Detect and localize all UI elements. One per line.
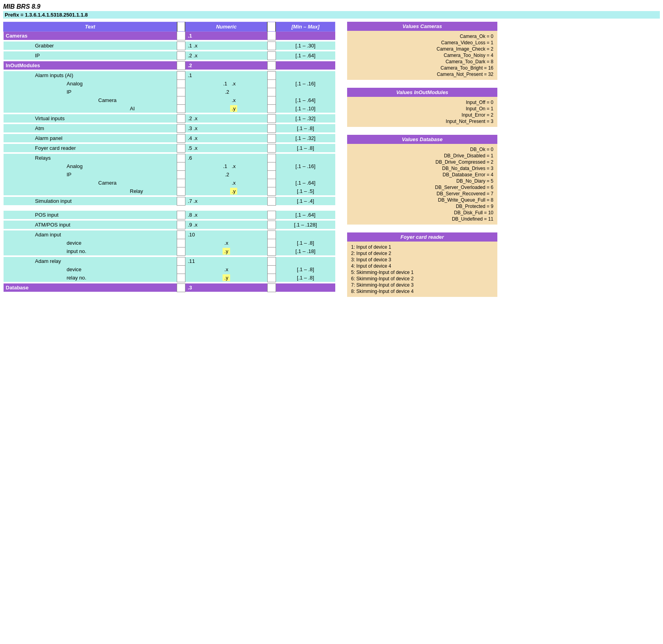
sub-minmax: [.1 – .5] (276, 187, 335, 195)
sub-label: IP (4, 88, 177, 96)
data-minmax: [.1 – .8] (276, 144, 335, 152)
data-minmax: [.1 – .4] (276, 197, 335, 205)
list-item: Input_Not_Present = 3 (351, 118, 493, 125)
table-row: Analog.1 .x[.1 – .16] (4, 79, 335, 88)
values-database-header: Values Database (347, 135, 497, 144)
sub-label: Relay (4, 187, 177, 195)
sep-col (177, 144, 185, 152)
sub-numeric: .x (185, 179, 267, 187)
sub2-label: input no. (4, 247, 177, 255)
list-item: 1: Input of device 1 (351, 244, 493, 250)
sep-col (267, 247, 276, 255)
sub-label: Analog (4, 79, 177, 88)
sep-col (267, 79, 276, 88)
sep-col (177, 230, 185, 239)
category-minmax (276, 283, 335, 292)
sep-col (267, 274, 276, 282)
data-numeric: .1 (185, 71, 267, 79)
data-numeric: .3 .x (185, 124, 267, 132)
table-row: POS input.8 .x[.1 – .64] (4, 211, 335, 219)
right-panel: Values Cameras Camera_Ok = 0Camera_Video… (347, 22, 497, 303)
list-item: DB_Write_Queue_Full = 8 (351, 197, 493, 203)
sub-label: Camera (4, 179, 177, 187)
values-database-content: DB_Ok = 0DB_Drive_Disabled = 1DB_Drive_C… (347, 144, 497, 225)
category-numeric: .1 (185, 32, 267, 40)
sep-col (177, 257, 185, 265)
table-row: Grabber.1 .x[.1 – .30] (4, 42, 335, 50)
list-item: 4: Input of device 4 (351, 263, 493, 269)
foyer-section: Foyer card reader 1: Input of device 12:… (347, 232, 497, 297)
sep-col (267, 144, 276, 152)
list-item: Input_Off = 0 (351, 99, 493, 106)
sep-col (267, 239, 276, 247)
sub-minmax (276, 88, 335, 96)
data-numeric: .4 .x (185, 134, 267, 142)
data-numeric: .6 (185, 154, 267, 162)
table-row: Foyer card reader.5 .x[.1 – .8] (4, 144, 335, 152)
sep-col (267, 154, 276, 162)
list-item: Camera_Image_Check = 2 (351, 46, 493, 52)
list-item: Camera_Video_Loss = 1 (351, 40, 493, 46)
data-minmax: [.1 – .128] (276, 221, 335, 229)
list-item: Camera_Too_Noisy = 4 (351, 52, 493, 59)
table-row: Virtual inputs.2 .x[.1 – .32] (4, 114, 335, 123)
table-header: Text Numeric [Min – Max] (4, 22, 335, 32)
table-row: InOutModules.2 (4, 61, 335, 70)
category-label: Cameras (4, 32, 177, 40)
sep-col (267, 88, 276, 96)
header-text: Text (4, 22, 177, 32)
sub-numeric: .2 (185, 170, 267, 179)
sub-minmax (276, 170, 335, 179)
category-minmax (276, 61, 335, 70)
sep-col (177, 42, 185, 50)
sub-numeric: .2 (185, 88, 267, 96)
data-numeric: .1 .x (185, 42, 267, 50)
data-numeric: .2 .x (185, 114, 267, 123)
sep-col (267, 162, 276, 170)
sep-col (177, 114, 185, 123)
list-item: Input_Error = 2 (351, 112, 493, 118)
sub2-label: device (4, 239, 177, 247)
sep-col (267, 51, 276, 60)
sep-col (267, 265, 276, 274)
sub-minmax: [.1 – .64] (276, 179, 335, 187)
list-item: DB_Drive_Disabled = 1 (351, 153, 493, 159)
table-row: Relay .y[.1 – .5] (4, 187, 335, 195)
data-label: Adam input (4, 230, 177, 239)
data-minmax: [.1 – .8] (276, 124, 335, 132)
data-label: Simulation input (4, 197, 177, 205)
sub2-minmax: [.1 – .8] (276, 265, 335, 274)
data-label: Atm (4, 124, 177, 132)
sub-numeric: .1 .x (185, 162, 267, 170)
list-item: DB_Server_Overloaded = 6 (351, 184, 493, 191)
list-item: 2: Input of device 2 (351, 250, 493, 257)
sep-col (267, 114, 276, 123)
data-numeric: .8 .x (185, 211, 267, 219)
data-label: Grabber (4, 42, 177, 50)
sep-col (177, 134, 185, 142)
data-numeric: .10 (185, 230, 267, 239)
data-numeric: .11 (185, 257, 267, 265)
sub-label: AI (4, 104, 177, 113)
table-row: Atm.3 .x[.1 – .8] (4, 124, 335, 132)
data-minmax (276, 71, 335, 79)
sep-col (177, 283, 185, 292)
sub-minmax: [.1 – .10] (276, 104, 335, 113)
sep-col (267, 283, 276, 292)
sep-col (177, 61, 185, 70)
table-row: Camera .x[.1 – .64] (4, 96, 335, 104)
table-row: ATM/POS input.9 .x[.1 – .128] (4, 221, 335, 229)
sep-col (177, 221, 185, 229)
table-row: Relays.6 (4, 154, 335, 162)
data-minmax: [.1 – .64] (276, 51, 335, 60)
data-label: Virtual inputs (4, 114, 177, 123)
table-row: IP.2 (4, 88, 335, 96)
sub-numeric: .x (185, 96, 267, 104)
table-row: device.x[.1 – .8] (4, 239, 335, 247)
values-cameras-section: Values Cameras Camera_Ok = 0Camera_Video… (347, 22, 497, 80)
sep-col (267, 230, 276, 239)
header-minmax: [Min – Max] (276, 22, 335, 32)
table-row: Database.3 (4, 283, 335, 292)
data-numeric: .2 .x (185, 51, 267, 60)
sep-col (177, 265, 185, 274)
